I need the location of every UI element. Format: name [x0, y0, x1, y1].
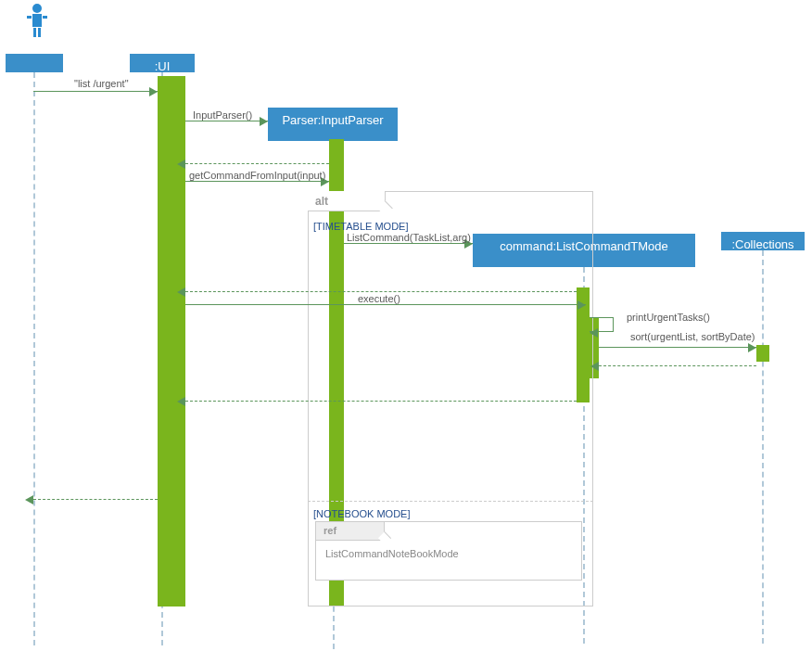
arrow-left-icon	[177, 397, 185, 406]
arrow-right-icon	[149, 87, 158, 96]
arrow-left-icon	[177, 160, 185, 169]
alt-label: alt	[315, 195, 328, 208]
message-label: printUrgentTasks()	[627, 312, 710, 323]
return-command-2	[185, 401, 577, 402]
parser-lifeline-header: Parser:InputParser	[268, 108, 398, 141]
collections-activation	[756, 345, 769, 362]
svg-point-0	[32, 4, 42, 13]
alt-divider	[308, 501, 593, 502]
arrow-right-icon	[260, 117, 268, 126]
arrow-left-icon	[177, 287, 185, 297]
actor-lifeline	[33, 72, 35, 645]
message-listurgent	[33, 91, 158, 92]
message-label: execute()	[358, 293, 400, 304]
svg-rect-4	[33, 28, 36, 37]
message-label: getCommandFromInput(input)	[189, 170, 325, 181]
message-sort	[599, 347, 756, 348]
ref-label: ref	[324, 525, 336, 536]
arrow-right-icon	[748, 343, 756, 352]
return-command-1	[185, 291, 577, 292]
svg-rect-3	[43, 16, 47, 19]
message-inputparser	[185, 121, 268, 121]
svg-rect-2	[27, 16, 32, 19]
collections-lifeline-header: :Collections	[721, 232, 805, 250]
ui-activation	[158, 76, 185, 607]
collections-lifeline	[762, 250, 764, 644]
guard-notebook: [NOTEBOOK MODE]	[313, 508, 411, 519]
svg-rect-5	[38, 28, 41, 37]
ref-fragment: ref ListCommandNoteBookMode	[315, 521, 582, 581]
return-actor	[33, 499, 158, 500]
svg-rect-1	[32, 14, 42, 27]
actor-lifeline-header	[6, 54, 63, 72]
message-getcommand	[185, 181, 329, 182]
return-parser	[185, 163, 329, 164]
arrow-left-icon	[590, 328, 598, 338]
arrow-right-icon	[577, 300, 586, 310]
arrow-left-icon	[25, 495, 33, 504]
return-collections	[599, 365, 756, 366]
ui-lifeline-header: :UI	[130, 54, 195, 72]
message-listcommand	[344, 243, 473, 244]
guard-timetable: [TIMETABLE MODE]	[313, 221, 408, 232]
message-label: "list /urgent"	[74, 78, 129, 89]
message-label: ListCommand(TaskList,arg)	[347, 232, 471, 243]
arrow-left-icon	[590, 362, 599, 371]
message-label: InputParser()	[193, 109, 252, 121]
message-label: sort(urgentList, sortByDate)	[630, 331, 755, 342]
actor-icon	[26, 3, 48, 42]
sequence-diagram: :UI Parser:InputParser command:ListComma…	[0, 0, 812, 664]
message-execute	[185, 304, 586, 305]
ref-content: ListCommandNoteBookMode	[325, 548, 459, 559]
